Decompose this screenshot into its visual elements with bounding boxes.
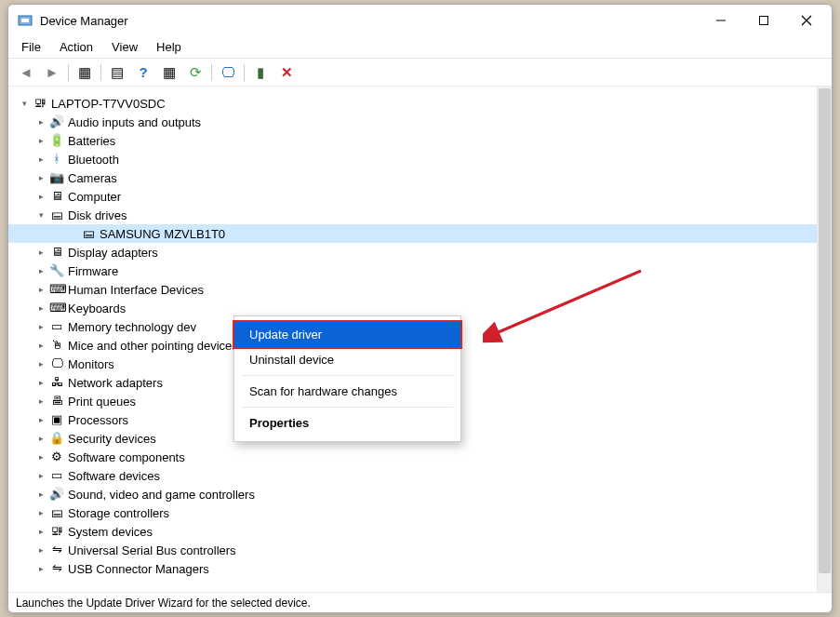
tree-node-label: Display adapters xyxy=(68,246,158,260)
expand-icon[interactable]: ▸ xyxy=(34,339,47,352)
minimize-button[interactable] xyxy=(700,6,742,35)
help-button[interactable]: ? xyxy=(131,61,155,84)
device-category-icon: 🔋 xyxy=(49,133,64,148)
device-category-icon: 🖶 xyxy=(49,394,64,409)
tree-node[interactable]: ▸🔊Sound, video and game controllers xyxy=(8,485,817,503)
context-menu-item[interactable]: Scan for hardware changes xyxy=(234,379,460,404)
context-menu-item[interactable]: Update driver xyxy=(234,322,460,347)
context-menu-item[interactable]: Properties xyxy=(234,410,460,436)
tree-node[interactable]: ▸ᚼBluetooth xyxy=(8,150,817,168)
tree-node[interactable]: ▸📷Cameras xyxy=(8,168,817,187)
forward-icon: ► xyxy=(46,64,60,80)
tree-node[interactable]: ▸🖳System devices xyxy=(8,522,817,541)
tree-node-label: Software components xyxy=(68,450,185,464)
tree-node-label: Audio inputs and outputs xyxy=(68,115,201,129)
titlebar[interactable]: Device Manager xyxy=(8,5,832,36)
device-category-icon: 🖴 xyxy=(81,226,96,241)
device-category-icon: ⇋ xyxy=(49,543,64,557)
context-menu-separator xyxy=(242,407,453,408)
expand-icon[interactable]: ▸ xyxy=(34,432,47,445)
expand-icon[interactable]: ▸ xyxy=(34,115,47,128)
device-category-icon: 🔊 xyxy=(49,114,64,129)
tree-node[interactable]: ▸▭Software devices xyxy=(8,466,817,485)
tree-node[interactable]: ▸⚙Software components xyxy=(8,448,817,466)
expand-icon[interactable] xyxy=(66,227,79,240)
scroll-thumb[interactable] xyxy=(819,88,831,573)
tree-node[interactable]: ▸🖥Computer xyxy=(8,187,817,206)
expand-icon[interactable]: ▸ xyxy=(34,134,47,147)
expand-icon[interactable]: ▸ xyxy=(34,153,47,166)
context-menu-item[interactable]: Uninstall device xyxy=(234,347,460,372)
tree-node[interactable]: ▸🖴Storage controllers xyxy=(8,503,817,522)
update-driver-button[interactable]: ⟳ xyxy=(183,61,207,84)
display-button[interactable]: 🖵 xyxy=(216,61,240,84)
tree-node[interactable]: 🖴SAMSUNG MZVLB1T0 xyxy=(8,224,817,243)
expand-icon[interactable]: ▸ xyxy=(34,302,47,315)
tree-node-label: Memory technology dev xyxy=(68,320,196,334)
tree-node-label: Disk drives xyxy=(68,208,127,222)
toolbar-separator xyxy=(68,64,69,81)
tree-node-label: LAPTOP-T7VV0SDC xyxy=(51,97,166,111)
vertical-scrollbar[interactable] xyxy=(817,87,832,592)
tree-node[interactable]: ▸⌨Human Interface Devices xyxy=(8,280,817,299)
show-hidden-icon: ▦ xyxy=(78,64,91,81)
toolbar: ◄ ► ▦ ▤ ? ▦ ⟳ 🖵 ▮ ✕ xyxy=(8,59,832,87)
maximize-button[interactable] xyxy=(742,6,785,35)
tree-node[interactable]: ▸🔊Audio inputs and outputs xyxy=(8,113,817,131)
tree-node[interactable]: ▸🔋Batteries xyxy=(8,131,817,150)
expand-icon[interactable]: ▸ xyxy=(34,562,47,575)
tree-node[interactable]: ▸⇋Universal Serial Bus controllers xyxy=(8,541,817,559)
expand-icon[interactable]: ▸ xyxy=(34,525,47,538)
tree-node-label: USB Connector Managers xyxy=(68,562,209,576)
expand-icon[interactable]: ▸ xyxy=(34,413,47,426)
tree-node-label: Bluetooth xyxy=(68,153,119,167)
device-category-icon: 🔧 xyxy=(49,263,64,278)
tree-node[interactable]: ▸🔧Firmware xyxy=(8,262,817,280)
properties-button[interactable]: ▤ xyxy=(105,61,129,84)
menu-file[interactable]: File xyxy=(12,38,50,56)
menu-action[interactable]: Action xyxy=(50,38,102,56)
expand-icon[interactable]: ▸ xyxy=(34,283,47,296)
expand-icon[interactable]: ▸ xyxy=(34,357,47,370)
close-button[interactable] xyxy=(785,6,828,35)
tree-node[interactable]: ▸⌨Keyboards xyxy=(8,299,817,317)
expand-icon[interactable]: ▸ xyxy=(34,506,47,519)
tree-node-label: Print queues xyxy=(68,395,136,409)
collapse-icon[interactable]: ▾ xyxy=(34,208,47,221)
expand-icon[interactable]: ▸ xyxy=(34,488,47,501)
expand-icon[interactable]: ▸ xyxy=(34,395,47,408)
menu-help[interactable]: Help xyxy=(147,38,191,56)
enable-button[interactable]: ▮ xyxy=(248,61,273,84)
update-icon: ⟳ xyxy=(190,64,202,81)
expand-icon[interactable]: ▸ xyxy=(34,171,47,184)
device-category-icon: 🔊 xyxy=(49,487,64,502)
tree-node[interactable]: ▸⇋USB Connector Managers xyxy=(8,559,817,578)
expand-icon[interactable]: ▸ xyxy=(34,190,47,203)
device-category-icon: 🖳 xyxy=(49,524,64,539)
expand-icon[interactable]: ▸ xyxy=(34,543,47,557)
refresh-button[interactable]: ▦ xyxy=(157,61,181,84)
back-button[interactable]: ◄ xyxy=(14,61,38,84)
svg-rect-1 xyxy=(21,19,29,22)
tree-node[interactable]: ▾🖳LAPTOP-T7VV0SDC xyxy=(8,94,817,113)
collapse-icon[interactable]: ▾ xyxy=(18,97,31,110)
expand-icon[interactable]: ▸ xyxy=(34,469,47,482)
help-icon: ? xyxy=(139,64,147,80)
expand-icon[interactable]: ▸ xyxy=(34,264,47,277)
device-category-icon: 🖳 xyxy=(33,96,47,111)
device-category-icon: ᚼ xyxy=(49,152,64,167)
menu-view[interactable]: View xyxy=(102,38,147,56)
uninstall-button[interactable]: ✕ xyxy=(274,61,299,84)
tree-node-label: Storage controllers xyxy=(68,506,169,520)
expand-icon[interactable]: ▸ xyxy=(34,320,47,333)
device-category-icon: ▣ xyxy=(49,412,64,427)
context-menu-separator xyxy=(242,375,453,376)
expand-icon[interactable]: ▸ xyxy=(34,376,47,389)
show-hidden-button[interactable]: ▦ xyxy=(73,61,97,84)
tree-node[interactable]: ▾🖴Disk drives xyxy=(8,206,817,224)
forward-button[interactable]: ► xyxy=(40,61,64,84)
expand-icon[interactable]: ▸ xyxy=(34,246,47,259)
expand-icon[interactable]: ▸ xyxy=(34,450,47,463)
window-title: Device Manager xyxy=(40,14,700,28)
tree-node[interactable]: ▸🖥Display adapters xyxy=(8,243,817,262)
